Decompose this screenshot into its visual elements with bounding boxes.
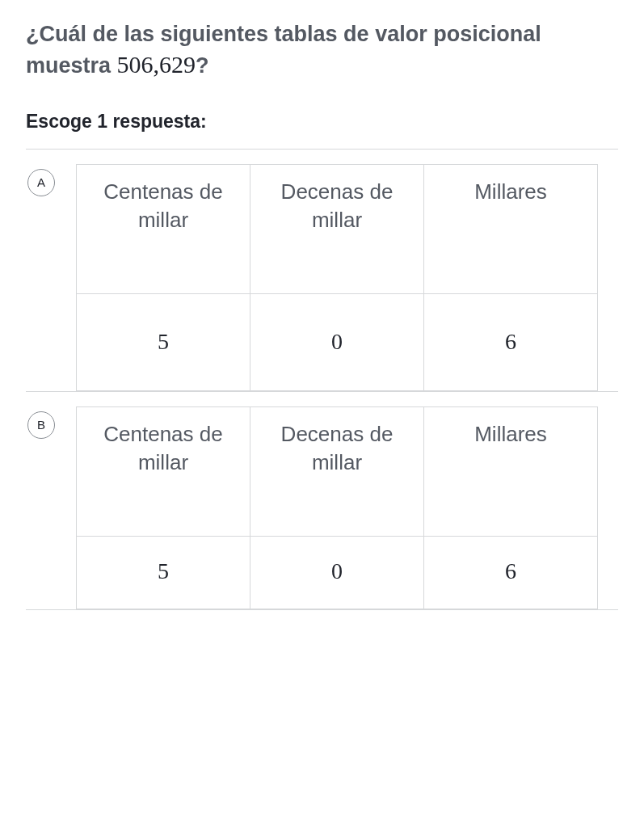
question-number: 506,629 <box>117 51 196 78</box>
value-cell: 6 <box>424 293 598 390</box>
value-cell: 6 <box>424 536 598 609</box>
value-cell: 5 <box>77 293 250 390</box>
header-cell: Millares <box>424 164 598 293</box>
question-text: ¿Cuál de las siguientes tablas de valor … <box>26 19 618 82</box>
header-cell: Decenas de millar <box>250 406 424 536</box>
instruction-text: Escoge 1 respuesta: <box>26 111 618 133</box>
place-value-table-b: Centenas de millar Decenas de millar Mil… <box>76 406 598 609</box>
header-cell: Centenas de millar <box>77 164 250 293</box>
value-cell: 5 <box>77 536 250 609</box>
value-cell: 0 <box>250 536 424 609</box>
table-row: 5 0 6 <box>77 293 598 390</box>
question-suffix: ? <box>196 53 209 78</box>
choice-b[interactable]: B Centenas de millar Decenas de millar M… <box>26 392 618 610</box>
choice-a-body: Centenas de millar Decenas de millar Mil… <box>76 164 618 391</box>
choice-b-body: Centenas de millar Decenas de millar Mil… <box>76 406 618 609</box>
choice-letter-a: A <box>27 169 55 196</box>
header-cell: Millares <box>424 406 598 536</box>
table-row: 5 0 6 <box>77 536 598 609</box>
place-value-table-a: Centenas de millar Decenas de millar Mil… <box>76 164 598 391</box>
choices-list: A Centenas de millar Decenas de millar M… <box>26 149 618 610</box>
exercise-container: ¿Cuál de las siguientes tablas de valor … <box>0 0 644 610</box>
table-header-row: Centenas de millar Decenas de millar Mil… <box>77 406 598 536</box>
value-cell: 0 <box>250 293 424 390</box>
header-cell: Decenas de millar <box>250 164 424 293</box>
header-cell: Centenas de millar <box>77 406 250 536</box>
question-prefix: ¿Cuál de las siguientes tablas de valor … <box>26 22 541 78</box>
choice-letter-b: B <box>27 411 55 439</box>
table-header-row: Centenas de millar Decenas de millar Mil… <box>77 164 598 293</box>
choice-a[interactable]: A Centenas de millar Decenas de millar M… <box>26 150 618 392</box>
